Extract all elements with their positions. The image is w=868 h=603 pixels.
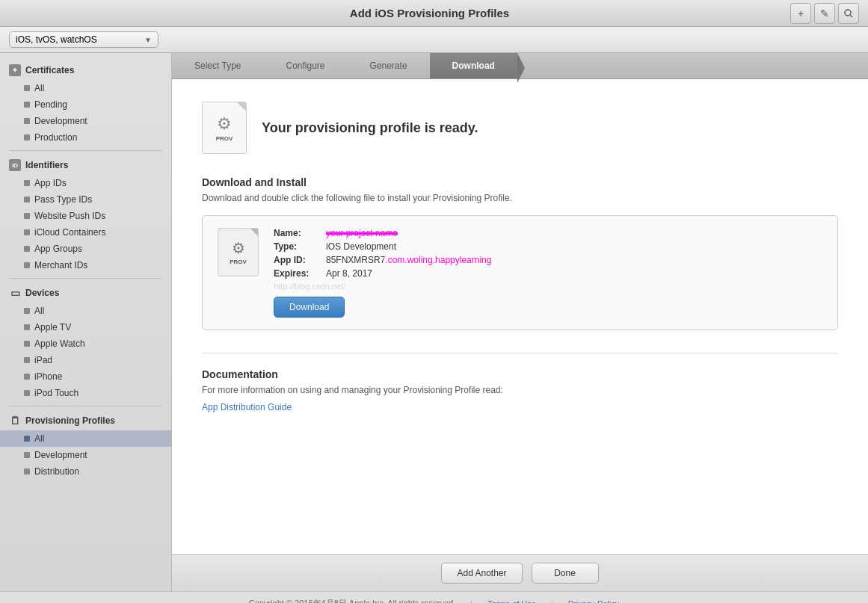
devices-header: ▭ Devices	[0, 283, 171, 303]
svg-line-1	[851, 15, 853, 17]
tab-generate[interactable]: Generate	[348, 53, 430, 78]
devices-icon: ▭	[9, 287, 21, 299]
chevron-down-icon: ▼	[144, 36, 152, 44]
sidebar-item-certs-development[interactable]: Development	[0, 113, 171, 129]
corner-fold	[237, 102, 246, 111]
copyright-text: Copyright © 2016年4月8日 Apple Inc. All rig…	[249, 598, 456, 603]
sidebar-item-ipod-touch[interactable]: iPod Touch	[0, 385, 171, 401]
doc-title: Documentation	[202, 368, 838, 380]
bullet-icon	[24, 213, 30, 219]
content-divider	[202, 353, 838, 353]
certificates-label: Certificates	[25, 65, 74, 75]
bullet-icon	[24, 374, 30, 380]
bullet-icon	[24, 341, 30, 347]
download-profile-button[interactable]: Download	[274, 297, 345, 318]
sidebar-item-certs-production[interactable]: Production	[0, 129, 171, 146]
bullet-icon	[24, 390, 30, 396]
bullet-icon	[24, 118, 30, 124]
name-value: your project name	[326, 228, 398, 238]
sidebar-item-merchant-ids[interactable]: Merchant IDs	[0, 257, 171, 273]
bullet-icon	[24, 229, 30, 235]
sidebar-item-certs-all[interactable]: All	[0, 80, 171, 96]
sidebar-item-iphone[interactable]: iPhone	[0, 368, 171, 385]
provisioning-file-icon: ⚙ PROV	[202, 102, 247, 154]
profile-file-icon: ⚙ PROV	[218, 228, 259, 276]
bullet-icon	[24, 180, 30, 186]
sidebar-item-provisioning-distribution[interactable]: Distribution	[0, 463, 171, 480]
add-another-button[interactable]: Add Another	[441, 563, 522, 584]
sidebar-item-app-ids[interactable]: App IDs	[0, 175, 171, 191]
prov-file-label: PROV	[230, 259, 247, 265]
profile-expires-row: Expires: Apr 8, 2017	[274, 268, 822, 279]
sidebar-item-pass-type-ids[interactable]: Pass Type IDs	[0, 191, 171, 208]
identifiers-header: ID Identifiers	[0, 155, 171, 175]
certificates-header: ✦ Certificates	[0, 61, 171, 80]
sidebar-item-provisioning-all[interactable]: All	[0, 430, 171, 447]
sidebar-item-provisioning-development[interactable]: Development	[0, 447, 171, 463]
profile-type-row: Type: iOS Development	[274, 241, 822, 252]
divider	[9, 150, 162, 151]
footer: Copyright © 2016年4月8日 Apple Inc. All rig…	[0, 591, 868, 603]
profile-card: ⚙ PROV Name: your project name Type: iOS…	[202, 215, 838, 330]
corner-fold	[250, 229, 258, 236]
sidebar-item-app-groups[interactable]: App Groups	[0, 241, 171, 257]
download-install-desc: Download and double click the following …	[202, 193, 838, 203]
ready-title: Your provisioning profile is ready.	[262, 120, 478, 136]
sidebar-item-devices-all[interactable]: All	[0, 303, 171, 319]
certificates-section: ✦ Certificates All Pending Development P…	[0, 61, 171, 146]
sidebar-item-apple-watch[interactable]: Apple Watch	[0, 335, 171, 352]
terms-of-use-link[interactable]: Terms of Use	[487, 599, 536, 604]
gear-icon: ⚙	[217, 114, 232, 134]
svg-point-0	[845, 10, 851, 16]
bullet-icon	[24, 134, 30, 140]
profile-details: Name: your project name Type: iOS Develo…	[274, 228, 822, 318]
top-bar: Add iOS Provisioning Profiles + ✎	[0, 0, 868, 27]
provisioning-section: 🗒 Provisioning Profiles All Development …	[0, 411, 171, 480]
bullet-icon	[24, 469, 30, 474]
identifiers-label: Identifiers	[25, 160, 68, 170]
bullet-icon	[24, 436, 30, 442]
edit-button[interactable]: ✎	[814, 3, 835, 24]
expires-label: Expires:	[274, 268, 326, 279]
bullet-icon	[24, 324, 30, 330]
footer-divider-2: |	[551, 599, 553, 604]
name-label: Name:	[274, 228, 326, 238]
devices-label: Devices	[25, 288, 59, 298]
search-button[interactable]	[838, 3, 859, 24]
tab-download[interactable]: Download	[430, 53, 517, 78]
content-area: Select Type Configure Generate Download …	[172, 53, 868, 591]
provisioning-header: 🗒 Provisioning Profiles	[0, 411, 171, 430]
footer-divider: |	[470, 599, 473, 604]
doc-desc: For more information on using and managi…	[202, 385, 838, 395]
done-button[interactable]: Done	[532, 563, 599, 584]
divider	[9, 278, 162, 279]
sidebar-item-certs-pending[interactable]: Pending	[0, 96, 171, 113]
tab-configure[interactable]: Configure	[263, 53, 347, 78]
gear-icon: ⚙	[232, 239, 245, 257]
top-bar-actions: + ✎	[790, 3, 859, 24]
add-button[interactable]: +	[790, 3, 811, 24]
bullet-icon	[24, 85, 30, 91]
identifiers-section: ID Identifiers App IDs Pass Type IDs Web…	[0, 155, 171, 273]
tab-select-type[interactable]: Select Type	[172, 53, 263, 78]
bottom-bar: Add Another Done	[172, 554, 868, 591]
certificates-icon: ✦	[9, 64, 21, 76]
ready-header: ⚙ PROV Your provisioning profile is read…	[202, 102, 838, 154]
app-distribution-guide-link[interactable]: App Distribution Guide	[202, 402, 292, 412]
bullet-icon	[24, 246, 30, 252]
provisioning-icon: 🗒	[9, 415, 21, 427]
platform-dropdown[interactable]: iOS, tvOS, watchOS ▼	[9, 31, 158, 48]
appid-value: 85FNXMRSR7.com.woling.happylearning	[326, 255, 491, 265]
bullet-icon	[24, 102, 30, 108]
devices-section: ▭ Devices All Apple TV Apple Watch iPad	[0, 283, 171, 401]
prov-label: PROV	[216, 135, 233, 142]
sidebar-item-website-push-ids[interactable]: Website Push IDs	[0, 208, 171, 224]
sidebar-item-ipad[interactable]: iPad	[0, 352, 171, 368]
appid-label: App ID:	[274, 255, 326, 265]
sidebar-item-icloud-containers[interactable]: iCloud Containers	[0, 224, 171, 241]
watermark-text: http://blog.csdn.net/	[274, 282, 822, 291]
profile-name-row: Name: your project name	[274, 228, 822, 238]
expires-value: Apr 8, 2017	[326, 268, 372, 279]
privacy-policy-link[interactable]: Privacy Policy	[568, 599, 619, 604]
sidebar-item-apple-tv[interactable]: Apple TV	[0, 319, 171, 335]
